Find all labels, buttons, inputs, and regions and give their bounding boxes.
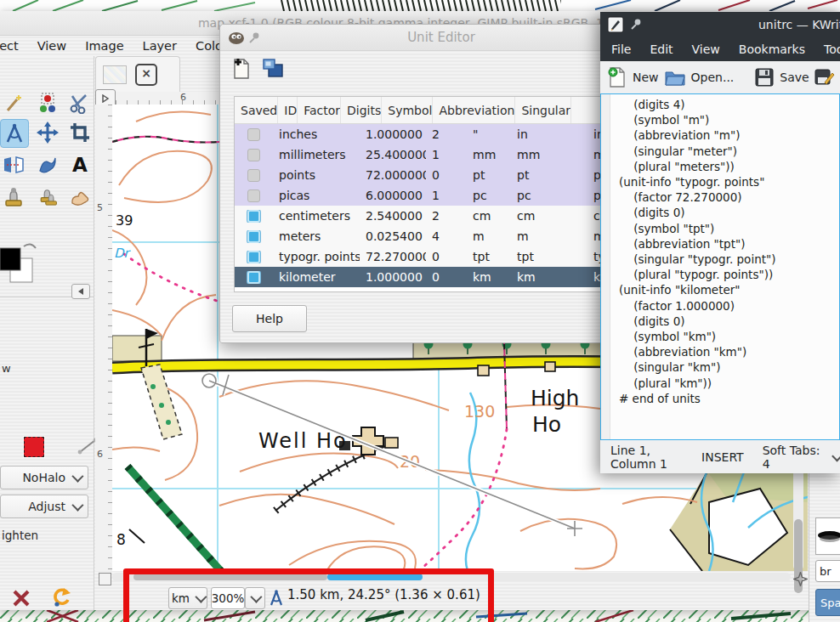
flip-tool-icon[interactable] [0,151,27,178]
kwrite-menu-item[interactable]: Tools [814,40,840,59]
text-tool-icon[interactable]: A [66,151,94,178]
editor-line: (singular "typogr. point") [619,252,775,267]
saved-checkbox[interactable] [247,189,260,202]
soft-tabs[interactable]: Soft Tabs: 4 [763,444,821,471]
editor-line: (abbreviation "m") [619,127,775,143]
save-floppy-icon [754,67,775,88]
column-header[interactable]: Symbol [382,97,433,123]
cell-symbol: m [467,229,511,243]
kwrite-menu-item[interactable]: Edit [640,40,682,59]
editor-line: (symbol "tpt") [619,221,775,236]
interpolation-dropdown[interactable]: NoHalo [0,466,88,489]
cell-symbol: pc [467,189,511,202]
table-row[interactable]: picas 6.000000 1 pc pc pica [235,185,649,206]
gimp-menu-item[interactable]: Image [76,37,133,54]
editor-line: # end of units [619,391,775,406]
saved-checkbox[interactable] [247,251,260,263]
kwrite-window: unitrc — KWrite FileEditViewBookmarksToo… [600,12,840,473]
cell-digits: 1 [426,189,467,202]
table-row[interactable]: kilometer 1.000000 0 km km km [235,267,649,287]
kwrite-editor[interactable]: (digits 4) (symbol "m") (abbreviation "m… [600,93,840,440]
cell-symbol: mm [467,148,511,161]
save-as-button[interactable]: Save As [814,67,840,88]
warp-tool-icon[interactable] [34,151,61,178]
delete-tool-preset-icon[interactable] [10,588,32,612]
chevron-down-icon[interactable] [831,450,840,461]
column-header[interactable]: Abbreviation [433,97,515,123]
select-by-color-tool-icon[interactable] [34,89,61,116]
image-thumbnail [103,65,127,84]
kwrite-menubar[interactable]: FileEditViewBookmarksTools [600,37,840,61]
save-button[interactable]: Save [754,67,809,88]
column-header[interactable]: Factor [298,97,341,123]
pin-icon[interactable] [629,17,643,34]
orchard-strip [112,336,162,361]
cell-abbreviation: pc [511,189,587,202]
kwrite-menu-item[interactable]: File [602,40,640,59]
insert-mode[interactable]: INSERT [701,450,744,464]
brush-preview[interactable] [815,517,840,555]
unit-editor-titlebar[interactable]: Unit Editor [220,25,662,51]
table-row[interactable]: centimeters 2.540000 2 cm cm centimeter [235,206,649,226]
clone-tool-icon[interactable] [0,184,27,211]
fg-bg-color-area[interactable] [0,241,51,292]
crop-tool-icon[interactable] [66,119,94,146]
saved-checkbox[interactable] [247,128,260,141]
move-tool-icon[interactable] [34,119,61,146]
cell-digits: 2 [426,127,467,141]
table-row[interactable]: millimeters 25.400000 1 mm mm millimeter [235,144,649,165]
brush-name-input[interactable]: br [815,560,840,582]
saved-checkbox[interactable] [247,210,260,223]
cursor-position[interactable]: Line 1, Column 1 [610,444,695,471]
dock-arrow-icon[interactable] [71,284,90,299]
reset-icon[interactable] [49,586,73,612]
saved-checkbox[interactable] [247,149,260,161]
saved-checkbox[interactable] [247,230,260,243]
editor-icon-border [601,94,610,439]
kwrite-menu-item[interactable]: Bookmarks [729,40,814,59]
saved-checkbox[interactable] [247,271,260,284]
open-button[interactable]: Open... [664,67,735,88]
cell-id: points [273,168,360,182]
column-header[interactable]: Singular [515,97,571,123]
gimp-menu-item[interactable]: View [28,37,76,54]
close-icon[interactable]: × [135,64,157,86]
gimp-menu-item[interactable]: Select [0,37,28,54]
kwrite-menu-item[interactable]: View [683,40,729,59]
selection-color-swatch[interactable] [24,437,44,457]
table-row[interactable]: points 72.000000 0 pt pt point [235,165,649,185]
perspective-clone-tool-icon[interactable] [34,184,61,211]
cell-abbreviation: m [511,229,587,243]
duplicate-unit-button[interactable] [259,55,287,82]
kwrite-titlebar[interactable]: unitrc — KWrite [600,12,840,37]
editor-line: (abbreviation "km") [619,344,775,359]
units-table-header[interactable]: SavedIDFactorDigitsSymbolAbbreviationSin… [235,97,649,124]
map-label-ho: Ho [532,412,561,437]
table-row[interactable]: meters 0.025400 4 m m meter [235,226,649,246]
vertical-ruler[interactable]: 5 6 [95,105,113,571]
image-tab[interactable]: × [95,56,180,93]
measure-tool-icon[interactable] [0,119,29,148]
gimp-menu-item[interactable]: Layer [133,37,186,54]
saved-checkbox[interactable] [247,169,260,182]
new-button[interactable]: New [607,66,659,88]
table-row[interactable]: inches 1.000000 2 " in inch [235,124,649,144]
cell-factor: 72.000000 [360,168,426,182]
cell-abbreviation: pt [511,168,587,182]
help-button[interactable]: Help [232,305,307,332]
column-header[interactable]: Digits [341,97,382,123]
smudge-tool-icon[interactable] [66,184,94,211]
column-header[interactable]: ID [278,97,298,123]
new-unit-button[interactable] [227,55,254,82]
ruler-number: 5 [97,202,103,213]
editor-text[interactable]: (digits 4) (symbol "m") (abbreviation "m… [610,94,775,439]
fuzzy-select-tool-icon[interactable] [0,89,27,116]
editor-line: (singular "meter") [619,144,775,159]
column-header[interactable]: Saved [235,97,278,123]
table-row[interactable]: typogr. points 72.270000 0 tpt tpt typog… [235,246,649,267]
straighten-button-partial[interactable]: ighten [2,529,38,542]
spacing-button[interactable]: Spa [815,589,840,616]
interpolation-value: NoHalo [22,471,65,484]
clipping-dropdown[interactable]: Adjust [0,495,88,518]
scissors-tool-icon[interactable] [66,89,94,116]
